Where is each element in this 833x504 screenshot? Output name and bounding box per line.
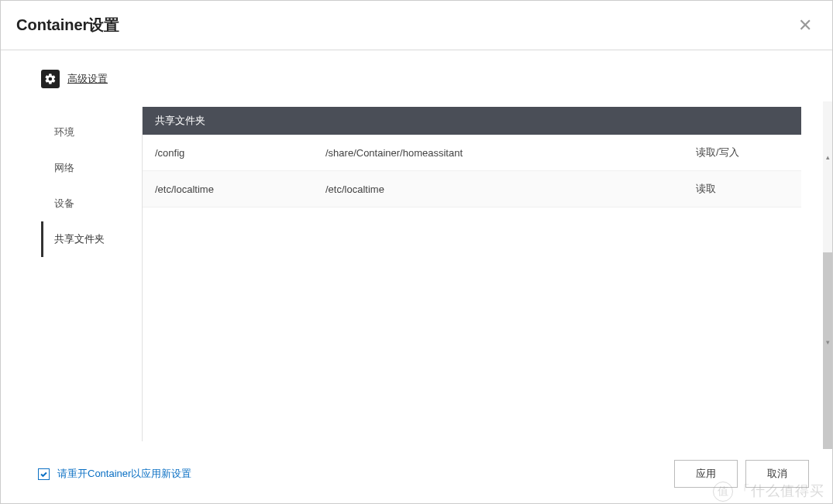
restart-checkbox[interactable] <box>38 468 50 480</box>
sidebar-item-label: 网络 <box>54 162 74 173</box>
restart-checkbox-label[interactable]: 请重开Container以应用新设置 <box>57 467 191 481</box>
shared-folders-panel: 共享文件夹 /config /share/Container/homeassit… <box>142 107 801 441</box>
gear-icon <box>41 70 60 88</box>
table-row[interactable]: /etc/localtime /etc/localtime 读取 <box>143 171 801 207</box>
modal-title: Container设置 <box>16 15 119 36</box>
close-icon[interactable]: ✕ <box>793 17 817 34</box>
sidebar-item-label: 设备 <box>54 197 74 209</box>
apply-button[interactable]: 应用 <box>674 460 738 488</box>
sidebar-item-device[interactable]: 设备 <box>41 186 142 221</box>
host-path: /etc/localtime <box>325 183 696 195</box>
host-path: /share/Container/homeassitant <box>325 147 696 159</box>
main-area: 环境 网络 设备 共享文件夹 共享文件夹 /config <box>41 107 801 441</box>
modal-footer: 请重开Container以应用新设置 应用 取消 <box>1 449 832 503</box>
scroll-up-icon[interactable]: ▴ <box>823 153 832 162</box>
scrollbar-thumb[interactable] <box>823 252 832 449</box>
scrollbar-track[interactable]: ▴ ▾ <box>823 101 832 398</box>
container-settings-modal: Container设置 ✕ 高级设置 环境 网络 <box>0 0 833 504</box>
mount-path: /etc/localtime <box>155 183 325 195</box>
content-wrapper: 高级设置 环境 网络 设备 共享文件夹 <box>1 50 832 449</box>
table-row[interactable]: /config /share/Container/homeassitant 读取… <box>143 135 801 171</box>
modal-body: 高级设置 环境 网络 设备 共享文件夹 <box>1 50 832 449</box>
mount-path: /config <box>155 147 325 159</box>
footer-left: 请重开Container以应用新设置 <box>38 467 191 481</box>
sidebar-item-environment[interactable]: 环境 <box>41 115 142 150</box>
footer-right: 应用 取消 <box>674 460 809 488</box>
sidebar-item-shared-folders[interactable]: 共享文件夹 <box>41 221 142 257</box>
advanced-settings-header: 高级设置 <box>41 70 801 88</box>
access-mode: 读取 <box>696 182 789 196</box>
modal-header: Container设置 ✕ <box>1 1 832 50</box>
access-mode: 读取/写入 <box>696 146 789 159</box>
panel-title: 共享文件夹 <box>143 107 801 135</box>
sidebar-item-label: 环境 <box>54 126 74 138</box>
advanced-settings-link[interactable]: 高级设置 <box>67 72 108 86</box>
scroll-down-icon[interactable]: ▾ <box>823 338 832 347</box>
settings-sidebar: 环境 网络 设备 共享文件夹 <box>41 107 142 441</box>
sidebar-item-label: 共享文件夹 <box>54 233 105 245</box>
cancel-button[interactable]: 取消 <box>745 460 809 488</box>
sidebar-item-network[interactable]: 网络 <box>41 150 142 186</box>
